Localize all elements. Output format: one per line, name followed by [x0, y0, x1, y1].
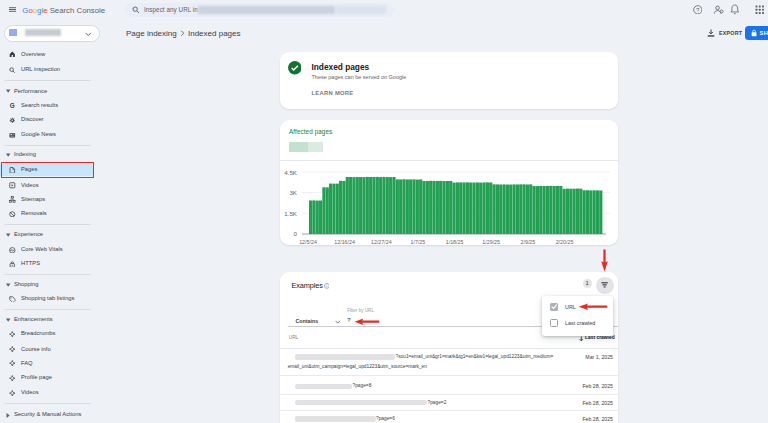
svg-text:?: ? [696, 6, 700, 13]
svg-text:G: G [10, 102, 15, 109]
